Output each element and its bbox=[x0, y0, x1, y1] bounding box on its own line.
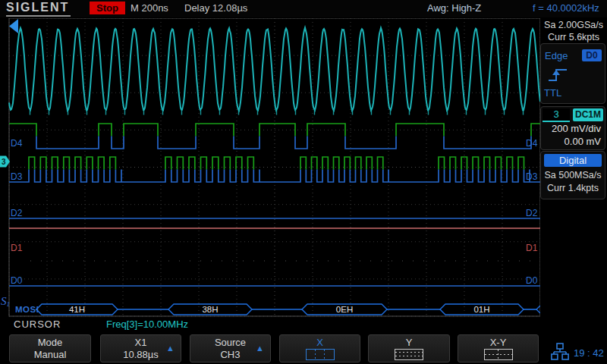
trigger-level-label: TTL bbox=[544, 87, 561, 99]
channel3-panel[interactable]: 3 DC1M 200 mV/div 0.00 mV bbox=[540, 106, 605, 150]
x-cursor-icon bbox=[306, 349, 335, 360]
digital-D0-label: D0 bbox=[526, 275, 538, 286]
digital-D1-label: D1 bbox=[11, 243, 23, 253]
analog-sample-rate: Sa 2.00GSa/s bbox=[540, 20, 607, 30]
delay-readout[interactable]: Delay 12.08µs bbox=[184, 2, 247, 14]
coupling-badge: DC1M bbox=[573, 108, 603, 121]
bus-frame-value: 41H bbox=[69, 305, 85, 314]
ch3-sine-trace bbox=[9, 28, 540, 111]
digital-D0-label: D0 bbox=[11, 275, 23, 286]
softkey-x-label: X bbox=[280, 337, 360, 349]
channel-number: 3 bbox=[543, 108, 570, 122]
brand-logo: SIGLENT bbox=[6, 1, 71, 17]
spinner-up-icon[interactable]: ▲ bbox=[166, 344, 175, 353]
digital-panel[interactable]: Digital Sa 500MSa/s Curr 1.4kpts bbox=[540, 151, 605, 199]
rising-edge-icon bbox=[547, 65, 568, 83]
ch3-level-marker-number: 3 bbox=[2, 158, 6, 166]
digital-D3-label: D3 bbox=[11, 171, 23, 182]
digital-D3-label: D3 bbox=[526, 171, 538, 182]
digital-sample-rate: Sa 500MSa/s bbox=[541, 170, 605, 180]
softkey-cursor-y[interactable]: Y bbox=[368, 334, 450, 362]
bus-name-label: MOSI bbox=[15, 305, 39, 314]
softkey-cursor-xy[interactable]: X-Y bbox=[458, 334, 539, 362]
channel-offset: 0.00 mV bbox=[565, 136, 601, 147]
bus-frame-value: 38H bbox=[202, 305, 218, 314]
frequency-measurement: Freq[3]=10.00MHz bbox=[106, 318, 188, 330]
softkey-mode-title: Mode bbox=[10, 337, 90, 349]
awg-status[interactable]: Awg: High-Z bbox=[427, 2, 481, 14]
softkey-cursor-x[interactable]: X bbox=[279, 334, 360, 362]
trigger-panel[interactable]: Edge D0 TTL bbox=[540, 43, 605, 104]
frequency-counter: f = 40.0002kHz bbox=[533, 2, 599, 14]
trigger-source-badge: D0 bbox=[582, 49, 602, 61]
digital-D4-label: D4 bbox=[11, 138, 23, 149]
y-cursor-icon bbox=[395, 349, 423, 360]
trigger-delay-marker bbox=[9, 19, 18, 33]
clock-readout: 19 : 42 bbox=[574, 347, 604, 359]
analog-mem-depth: Curr 5.6kpts bbox=[540, 32, 607, 42]
softkey-mode-value: Manual bbox=[10, 349, 90, 360]
digital-D2-label: D2 bbox=[526, 208, 538, 218]
spinner-up-icon[interactable]: ▲ bbox=[256, 344, 264, 353]
bus-frame-value: 01H bbox=[473, 305, 489, 314]
oscilloscope-screen: SIGLENT Stop M 200ns Delay 12.08µs Awg: … bbox=[0, 0, 607, 364]
timebase-readout[interactable]: M 200ns bbox=[131, 2, 168, 14]
softkey-source[interactable]: Source CH3 ▲ bbox=[190, 334, 271, 362]
digital-D4-trace-low bbox=[36, 136, 531, 149]
bus-frame-open bbox=[536, 306, 540, 313]
softkey-y-label: Y bbox=[369, 337, 449, 349]
softkey-xy-label: X-Y bbox=[458, 337, 538, 349]
channel-scale: 200 mV/div bbox=[552, 123, 601, 134]
softkey-x1[interactable]: X1 10.88µs ▲ bbox=[100, 334, 181, 362]
xy-cursor-icon bbox=[484, 349, 513, 360]
digital-D3-trace-high bbox=[29, 157, 524, 170]
header-bar: SIGLENT Stop M 200ns Delay 12.08µs Awg: … bbox=[0, 0, 607, 17]
digital-D2-label: D2 bbox=[11, 208, 23, 218]
digital-D3-trace-low bbox=[9, 170, 540, 183]
trigger-type-label: Edge bbox=[545, 50, 568, 61]
run-state-badge[interactable]: Stop bbox=[90, 2, 125, 14]
bus-s1-label: S1 bbox=[1, 295, 10, 308]
bus-frame-value: 0EH bbox=[336, 305, 353, 314]
digital-D4-label: D4 bbox=[526, 138, 538, 149]
softkey-mode[interactable]: Mode Manual bbox=[9, 334, 91, 362]
digital-D1-label: D1 bbox=[526, 243, 538, 253]
waveform-display: D4D4D3D3D2D2D1D1D0D041H38H0EH01HMOSIS13 bbox=[0, 18, 540, 317]
network-icon bbox=[551, 343, 569, 361]
menu-title: CURSOR bbox=[14, 318, 61, 330]
digital-mem-depth: Curr 1.4kpts bbox=[541, 183, 605, 193]
digital-title-badge: Digital bbox=[544, 154, 602, 167]
